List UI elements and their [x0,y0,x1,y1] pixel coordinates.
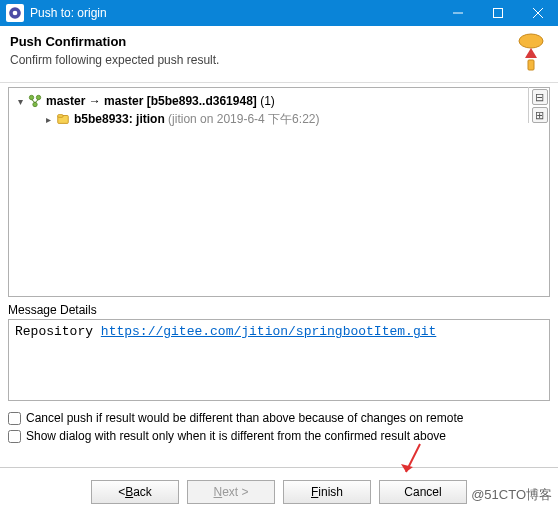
close-button[interactable] [518,0,558,26]
svg-point-1 [13,11,18,16]
commit-hash: b5be8933: [74,112,133,126]
watermark: @51CTO博客 [469,486,554,504]
push-icon [514,32,548,72]
show-dialog-checkbox-row[interactable]: Show dialog with result only when it is … [8,427,550,445]
page-title: Push Confirmation [10,34,514,49]
svg-point-10 [36,95,40,99]
branch-icon [27,93,43,109]
tree-commit-row[interactable]: b5be8933: jition (jition on 2019-6-4 下午6… [13,110,545,128]
tree-toolbar: ⊟ ⊞ [528,87,550,123]
svg-marker-8 [525,48,537,58]
titlebar: Push to: origin [0,0,558,26]
dialog-header: Push Confirmation Confirm following expe… [0,26,558,83]
separator [0,467,558,468]
branch-label: master → master [46,94,143,108]
window-title: Push to: origin [30,6,438,20]
svg-marker-15 [401,464,413,472]
message-details-label: Message Details [8,303,550,317]
repo-url-link[interactable]: https://gitee.com/jition/springbootItem.… [101,324,436,339]
show-dialog-checkbox[interactable] [8,430,21,443]
back-button[interactable]: < Back [91,480,179,504]
svg-point-11 [33,102,37,106]
svg-rect-13 [58,115,63,118]
commit-message: jition [136,112,165,126]
push-result-tree[interactable]: master → master [b5be893..d361948] (1) b… [8,87,550,297]
svg-point-9 [29,95,33,99]
show-dialog-label: Show dialog with result only when it is … [26,429,446,443]
svg-rect-3 [494,9,503,18]
svg-rect-7 [528,60,534,70]
tree-branch-row[interactable]: master → master [b5be893..d361948] (1) [13,92,545,110]
commit-icon [55,111,71,127]
commit-count: (1) [260,94,275,108]
minimize-button[interactable] [438,0,478,26]
svg-point-6 [519,34,543,48]
cancel-push-checkbox-row[interactable]: Cancel push if result would be different… [8,409,550,427]
commit-meta: (jition on 2019-6-4 下午6:22) [168,111,319,128]
cancel-push-label: Cancel push if result would be different… [26,411,463,425]
cancel-button[interactable]: Cancel [379,480,467,504]
message-details-box[interactable]: Repository https://gitee.com/jition/spri… [8,319,550,401]
finish-button[interactable]: Finish [283,480,371,504]
next-button: Next > [187,480,275,504]
app-icon [6,4,24,22]
annotation-arrow [398,442,428,482]
maximize-button[interactable] [478,0,518,26]
expand-all-button[interactable]: ⊞ [532,107,548,123]
repo-prefix: Repository [15,324,101,339]
expander-icon[interactable] [13,96,27,107]
collapse-all-button[interactable]: ⊟ [532,89,548,105]
commit-range: [b5be893..d361948] [147,94,257,108]
expander-icon[interactable] [41,114,55,125]
cancel-push-checkbox[interactable] [8,412,21,425]
page-subtitle: Confirm following expected push result. [10,53,514,67]
